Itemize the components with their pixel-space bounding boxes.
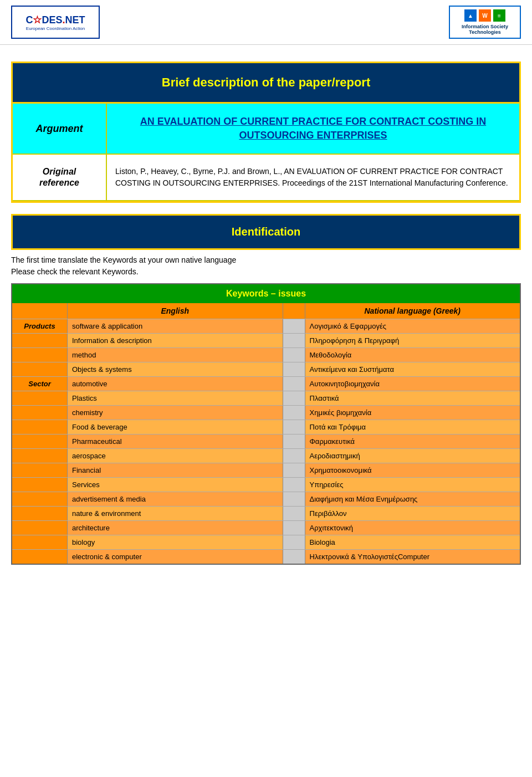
row-english: electronic & computer [68, 550, 283, 564]
row-english: Financial [68, 463, 283, 477]
table-row: advertisement & media Διαφήμιση και Μέσα… [12, 492, 520, 506]
ist-logo: ▲ W ≡ Information Society Technologies [449, 6, 521, 39]
row-gap [283, 550, 305, 564]
row-greek: Περιβάλλον [305, 507, 520, 520]
argument-title-link[interactable]: AN EVALUATION OF CURRENT PRACTICE FOR CO… [115, 115, 511, 142]
row-greek: Υπηρεσίες [305, 478, 520, 492]
argument-row: Argument AN EVALUATION OF CURRENT PRACTI… [13, 104, 519, 155]
row-group-label [12, 449, 68, 463]
table-row: aerospace Αεροδιαστημική [12, 448, 520, 463]
row-greek: Πλαστικά [305, 391, 520, 405]
row-english: nature & environment [68, 507, 283, 520]
row-greek: Διαφήμιση και Μέσα Ενημέρωσης [305, 492, 520, 506]
row-english: automotive [68, 377, 283, 391]
row-group-label [12, 463, 68, 477]
ist-icon-3: ≡ [493, 9, 505, 22]
keywords-header-text: Keywords – issues [226, 289, 306, 298]
table-row: nature & environment Περιβάλλον [12, 506, 520, 520]
row-group-label: Sector [12, 377, 68, 391]
row-english: Food & beverage [68, 420, 283, 434]
keywords-gap-header [283, 303, 305, 319]
original-reference-label: Originalreference [13, 155, 107, 200]
row-group-label [12, 391, 68, 405]
keywords-header: Keywords – issues [12, 284, 520, 303]
instructions-line1: The first time translate the Keywords at… [11, 254, 521, 266]
table-row: architecture Αρχιτεκτονική [12, 520, 520, 535]
main-content-box: Argument AN EVALUATION OF CURRENT PRACTI… [11, 104, 521, 203]
table-row: Pharmaceutical Φαρμακευτικά [12, 434, 520, 448]
row-greek: Αρχιτεκτονική [305, 521, 520, 535]
table-row: Financial Χρηματοοικονομικά [12, 463, 520, 477]
row-gap [283, 319, 305, 333]
row-english: Pharmaceutical [68, 434, 283, 448]
row-group-label [12, 334, 68, 347]
title-banner: Brief description of the paper/report [11, 62, 521, 104]
row-english: aerospace [68, 449, 283, 463]
row-group-label [12, 406, 68, 420]
table-row: Plastics Πλαστικά [12, 391, 520, 405]
table-row: chemistry Χημικές βιομηχανία [12, 405, 520, 420]
row-gap [283, 434, 305, 448]
row-gap [283, 391, 305, 405]
row-group-label [12, 478, 68, 492]
keywords-greek-header: National language (Greek) [305, 303, 520, 319]
table-row: Products software & application Λογισμικ… [12, 319, 520, 333]
keywords-spacer [12, 303, 68, 319]
row-english: chemistry [68, 406, 283, 420]
argument-label-text: Argument [36, 123, 83, 135]
row-gap [283, 348, 305, 362]
identification-banner: Identification [11, 214, 521, 250]
keywords-subheader: English National language (Greek) [12, 303, 520, 319]
row-gap [283, 521, 305, 535]
original-reference-row: Originalreference Liston, P., Heavey, C.… [13, 155, 519, 201]
row-greek: Χρηματοοικονομικά [305, 463, 520, 477]
row-greek: Αντικείμενα και Συστήματα [305, 362, 520, 376]
row-greek: Φαρμακευτικά [305, 434, 520, 448]
row-group-label [12, 521, 68, 535]
row-english: architecture [68, 521, 283, 535]
row-gap [283, 535, 305, 549]
row-greek: Χημικές βιομηχανία [305, 406, 520, 420]
row-english: Plastics [68, 391, 283, 405]
identification-banner-text: Identification [232, 226, 300, 238]
row-group-label [12, 492, 68, 506]
table-row: Objects & systems Αντικείμενα και Συστήμ… [12, 362, 520, 376]
row-english: software & application [68, 319, 283, 333]
keywords-english-header: English [68, 303, 283, 319]
row-greek: Ποτά και Τρόφιμα [305, 420, 520, 434]
keywords-english-header-text: English [161, 306, 189, 315]
ist-logo-text: Information Society Technologies [450, 24, 520, 35]
ist-icon-2: W [479, 9, 491, 22]
row-gap [283, 463, 305, 477]
row-greek: Biologia [305, 535, 520, 549]
keywords-greek-header-text: National language (Greek) [365, 306, 461, 315]
original-reference-content: Liston, P., Heavey, C., Byrne, P.J. and … [107, 155, 519, 200]
table-row: Sector automotive Αυτοκινητοβιομηχανία [12, 376, 520, 391]
row-english: Information & description [68, 334, 283, 347]
argument-content: AN EVALUATION OF CURRENT PRACTICE FOR CO… [107, 104, 519, 154]
codes-logo: C☆DES.NET European Coordination Action [11, 6, 100, 39]
row-greek: Ηλεκτρονικά & ΥπολογιστέςComputer [305, 550, 520, 564]
row-group-label [12, 420, 68, 434]
row-gap [283, 334, 305, 347]
row-group-label [12, 507, 68, 520]
row-gap [283, 420, 305, 434]
row-gap [283, 449, 305, 463]
row-english: advertisement & media [68, 492, 283, 506]
row-greek: Αυτοκινητοβιομηχανία [305, 377, 520, 391]
table-row: Food & beverage Ποτά και Τρόφιμα [12, 420, 520, 434]
row-greek: Μεθοδολογία [305, 348, 520, 362]
row-group-label [12, 550, 68, 564]
ist-icon-1: ▲ [464, 9, 477, 22]
original-reference-text: Liston, P., Heavey, C., Byrne, P.J. and … [115, 167, 508, 187]
row-gap [283, 377, 305, 391]
row-gap [283, 492, 305, 506]
page-header: C☆DES.NET European Coordination Action ▲… [0, 0, 532, 45]
argument-label: Argument [13, 104, 107, 154]
row-gap [283, 406, 305, 420]
title-banner-text: Brief description of the paper/report [162, 75, 371, 89]
row-english: method [68, 348, 283, 362]
instructions-text: The first time translate the Keywords at… [11, 254, 521, 278]
row-greek: Αεροδιαστημική [305, 449, 520, 463]
row-group-label [12, 535, 68, 549]
